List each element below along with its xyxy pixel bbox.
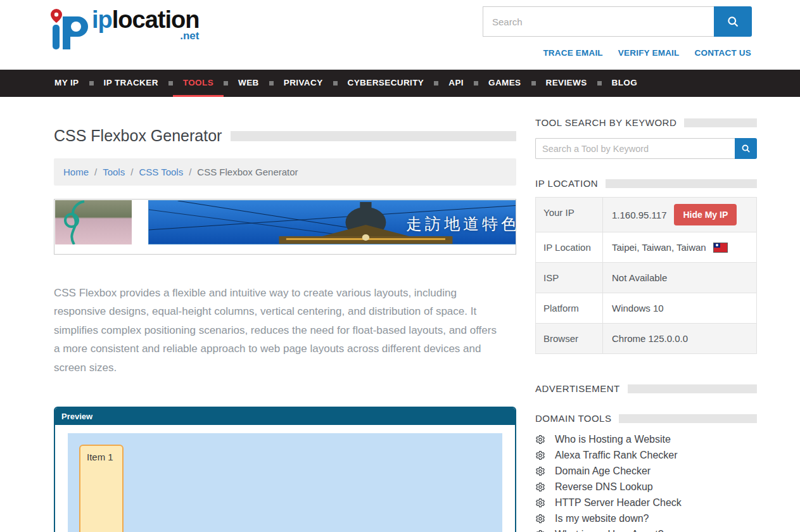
table-row: IP Location Taipei, Taiwan, Taiwan: [536, 232, 756, 263]
nav-item-reviews[interactable]: REVIEWS: [536, 70, 597, 97]
main-content: CSS Flexbox Generator Home / Tools / CSS…: [0, 97, 800, 532]
list-item[interactable]: Who is Hosting a Website: [535, 434, 757, 445]
heading-decoration-bar: [628, 384, 757, 393]
nav-separator: [269, 81, 274, 86]
gear-icon: [535, 529, 545, 532]
list-item[interactable]: Is my website down?: [535, 513, 757, 524]
gear-icon: [535, 466, 545, 476]
hide-my-ip-button[interactable]: Hide My IP: [674, 204, 737, 225]
search-icon: [727, 15, 739, 28]
flex-preview-container: Item 1: [68, 433, 502, 532]
nav-item-blog[interactable]: BLOG: [602, 70, 648, 97]
header-links: TRACE EMAIL VERIFY EMAIL CONTACT US: [543, 48, 751, 58]
domain-tool-link[interactable]: What is my User Agent?: [555, 529, 664, 532]
nav-separator: [89, 81, 94, 86]
contact-us-link[interactable]: CONTACT US: [695, 48, 752, 58]
table-row: Platform Windows 10: [536, 293, 756, 324]
tool-search-heading-label: TOOL SEARCH BY KEYWORD: [535, 117, 676, 128]
content-column: CSS Flexbox Generator Home / Tools / CSS…: [54, 97, 516, 532]
ad-headline: 走訪地道特色市集: [406, 213, 516, 234]
nav-separator: [333, 81, 338, 86]
advertisement-heading-label: ADVERTISEMENT: [535, 383, 620, 394]
breadcrumb-separator: /: [94, 167, 97, 177]
nav-separator: [597, 81, 602, 86]
gear-icon: [535, 450, 545, 460]
domain-tool-link[interactable]: Is my website down?: [555, 513, 649, 524]
nav-separator: [168, 81, 173, 86]
row-label: Browser: [536, 324, 603, 353]
nav-item-ip-tracker[interactable]: IP TRACKER: [94, 70, 168, 97]
header-search-input[interactable]: [483, 6, 714, 37]
ip-location-value: Taipei, Taiwan, Taiwan: [612, 242, 706, 253]
nav-item-web[interactable]: WEB: [228, 70, 269, 97]
tool-search-input[interactable]: [535, 138, 735, 159]
ad-right-image: 走訪地道特色市集 ⓘ ✕: [148, 200, 516, 244]
row-label: ISP: [536, 263, 603, 293]
breadcrumb-current: CSS Flexbox Generator: [197, 167, 298, 177]
nav-item-api[interactable]: API: [438, 70, 474, 97]
gear-icon: [535, 514, 545, 524]
gear-icon: [535, 498, 545, 508]
tool-search-button[interactable]: [735, 138, 757, 159]
heading-decoration-bar: [606, 179, 757, 188]
preview-panel: Preview Item 1: [54, 407, 516, 532]
list-item[interactable]: Domain Age Checker: [535, 466, 757, 477]
domain-tool-link[interactable]: Alexa Traffic Rank Checker: [555, 450, 678, 461]
breadcrumb-tools[interactable]: Tools: [103, 167, 125, 177]
ad-banner[interactable]: 走訪地道特色市集 ⓘ ✕: [54, 199, 516, 255]
tool-search-heading: TOOL SEARCH BY KEYWORD: [535, 117, 757, 128]
platform-value: Windows 10: [612, 303, 664, 314]
browser-value: Chrome 125.0.0.0: [612, 333, 688, 344]
nav-item-tools[interactable]: TOOLS: [173, 70, 224, 97]
verify-email-link[interactable]: VERIFY EMAIL: [618, 48, 680, 58]
nav-separator: [434, 81, 438, 86]
ip-location-heading-label: IP LOCATION: [535, 178, 598, 189]
breadcrumb-css-tools[interactable]: CSS Tools: [139, 167, 183, 177]
domain-tool-link[interactable]: Domain Age Checker: [555, 466, 651, 477]
logo-ip: ip: [92, 6, 112, 33]
site-logo[interactable]: iplocation .net: [48, 8, 199, 51]
row-label: Platform: [536, 293, 603, 323]
list-item[interactable]: Alexa Traffic Rank Checker: [535, 450, 757, 461]
advertisement-heading: ADVERTISEMENT: [535, 383, 757, 394]
nav-item-my-ip[interactable]: MY IP: [44, 70, 89, 97]
isp-value: Not Available: [612, 272, 667, 283]
tool-search-form: [535, 138, 757, 159]
logo-icon: [48, 8, 88, 51]
ip-location-table: Your IP 1.160.95.117 Hide My IP IP Locat…: [535, 197, 757, 354]
trace-email-link[interactable]: TRACE EMAIL: [543, 48, 602, 58]
nav-separator: [531, 81, 536, 86]
domain-tools-heading: DOMAIN TOOLS: [535, 413, 757, 424]
preview-panel-title: Preview: [55, 408, 515, 425]
page-title: CSS Flexbox Generator: [54, 127, 222, 145]
nav-item-cybersecurity[interactable]: CYBERSECURITY: [338, 70, 435, 97]
domain-tool-link[interactable]: Reverse DNS Lookup: [555, 481, 653, 493]
breadcrumb-home[interactable]: Home: [63, 167, 89, 177]
flex-preview-item[interactable]: Item 1: [79, 445, 124, 532]
nav-separator: [224, 81, 228, 86]
header-search-button[interactable]: [714, 6, 752, 37]
row-label: Your IP: [536, 198, 603, 232]
breadcrumb-separator: /: [189, 167, 191, 177]
list-item[interactable]: What is my User Agent?: [535, 529, 757, 532]
ad-left-image: [55, 200, 132, 244]
breadcrumb: Home / Tools / CSS Tools / CSS Flexbox G…: [54, 158, 516, 186]
nav-item-games[interactable]: GAMES: [478, 70, 531, 97]
taiwan-flag-icon: [714, 243, 727, 252]
list-item[interactable]: Reverse DNS Lookup: [535, 481, 757, 493]
site-header: iplocation .net TRACE EMAIL VERIFY EMAIL…: [0, 0, 800, 70]
heading-decoration-bar: [619, 414, 757, 423]
domain-tools-list: Who is Hosting a Website Alexa Traffic R…: [535, 434, 757, 532]
domain-tool-link[interactable]: Who is Hosting a Website: [555, 434, 671, 445]
nav-item-privacy[interactable]: PRIVACY: [274, 70, 333, 97]
gear-icon: [535, 482, 545, 492]
list-item[interactable]: HTTP Server Header Check: [535, 497, 757, 509]
title-decoration-bar: [231, 131, 516, 141]
logo-location: location: [112, 6, 200, 33]
tool-description: CSS Flexbox provides a flexible and intu…: [54, 284, 500, 377]
domain-tool-link[interactable]: HTTP Server Header Check: [555, 497, 682, 509]
logo-text: iplocation .net: [92, 8, 199, 41]
table-row: Browser Chrome 125.0.0.0: [536, 324, 756, 353]
domain-tools-heading-label: DOMAIN TOOLS: [535, 413, 611, 424]
search-icon: [741, 144, 751, 153]
